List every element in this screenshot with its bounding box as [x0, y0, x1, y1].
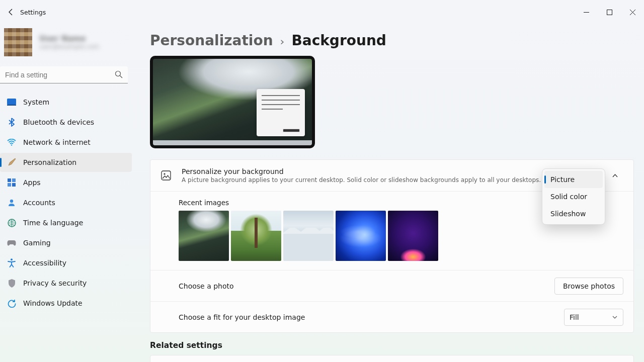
- search-icon: [115, 70, 123, 78]
- preview-window: [257, 89, 305, 136]
- maximize-button[interactable]: [598, 4, 621, 20]
- nav-network[interactable]: Network & internet: [0, 133, 132, 152]
- wifi-icon: [7, 138, 16, 147]
- nav-label: Accounts: [23, 199, 55, 207]
- picture-icon: [160, 170, 172, 181]
- svg-rect-8: [12, 183, 16, 187]
- maximize-icon: [607, 10, 612, 15]
- desktop-preview: [150, 56, 315, 148]
- nav-label: Apps: [23, 178, 41, 187]
- titlebar: Settings: [0, 0, 644, 24]
- chevron-down-icon: [612, 314, 618, 320]
- recent-image-2[interactable]: [231, 211, 281, 261]
- apps-icon: [7, 178, 16, 187]
- update-icon: [7, 299, 16, 308]
- nav: System Bluetooth & devices Network & int…: [0, 93, 132, 313]
- choose-fit-label: Choose a fit for your desktop image: [179, 313, 564, 321]
- nav-label: Windows Update: [23, 299, 83, 307]
- svg-rect-12: [162, 171, 171, 180]
- breadcrumb: Personalization › Background: [150, 32, 634, 49]
- personalize-title: Personalize your background: [182, 167, 542, 175]
- svg-rect-2: [7, 99, 16, 105]
- search-input[interactable]: [0, 66, 128, 83]
- nav-accounts[interactable]: Accounts: [0, 193, 132, 212]
- svg-point-9: [10, 200, 13, 203]
- fit-value: Fill: [570, 313, 579, 321]
- nav-time-language[interactable]: Time & language: [0, 213, 132, 232]
- svg-point-1: [116, 71, 121, 76]
- related-settings-heading: Related settings: [150, 341, 634, 350]
- nav-label: System: [23, 98, 49, 106]
- globe-clock-icon: [7, 218, 16, 227]
- nav-label: Privacy & security: [23, 279, 87, 287]
- browse-photos-button[interactable]: Browse photos: [554, 278, 623, 295]
- choose-fit-row: Choose a fit for your desktop image Fill: [150, 301, 633, 332]
- search-box: [0, 66, 128, 83]
- nav-label: Gaming: [23, 239, 51, 247]
- fit-select[interactable]: Fill: [564, 309, 623, 326]
- accessibility-icon: [7, 258, 16, 267]
- contrast-themes-row[interactable]: Contrast themes Color themes for low vis…: [150, 355, 633, 362]
- nav-label: Network & internet: [23, 138, 91, 146]
- profile-name: User Name: [39, 34, 99, 43]
- nav-label: Accessibility: [23, 259, 66, 267]
- arrow-left-icon: [7, 8, 15, 16]
- chevron-right-icon: ›: [280, 35, 285, 48]
- personalize-subtitle: A picture background applies to your cur…: [182, 176, 542, 184]
- shield-icon: [7, 279, 16, 288]
- option-slideshow[interactable]: Slideshow: [544, 205, 603, 222]
- gamepad-icon: [7, 238, 16, 247]
- svg-point-11: [11, 258, 13, 260]
- profile-email: user@example.com: [39, 43, 99, 50]
- svg-rect-5: [8, 178, 11, 182]
- nav-label: Time & language: [23, 219, 83, 227]
- svg-rect-7: [8, 183, 11, 187]
- page-title: Background: [291, 32, 386, 49]
- contrast-themes-card: Contrast themes Color themes for low vis…: [150, 355, 634, 362]
- window-title: Settings: [20, 9, 46, 16]
- person-icon: [7, 198, 16, 207]
- nav-label: Personalization: [23, 158, 76, 166]
- paintbrush-icon: [7, 158, 16, 167]
- nav-system[interactable]: System: [0, 93, 132, 112]
- recent-image-3[interactable]: [283, 211, 334, 261]
- bluetooth-icon: [7, 118, 16, 127]
- svg-rect-6: [12, 178, 16, 182]
- sidebar: User Name user@example.com System Blueto…: [0, 24, 136, 362]
- preview-taskbar: [153, 140, 312, 145]
- svg-point-4: [11, 144, 12, 145]
- nav-personalization[interactable]: Personalization: [0, 153, 132, 172]
- svg-rect-0: [607, 10, 612, 15]
- choose-photo-row: Choose a photo Browse photos: [150, 270, 633, 301]
- svg-point-13: [164, 173, 165, 174]
- close-button[interactable]: [621, 4, 644, 20]
- recent-image-4[interactable]: [336, 211, 386, 261]
- nav-bluetooth[interactable]: Bluetooth & devices: [0, 113, 132, 132]
- choose-photo-label: Choose a photo: [179, 282, 554, 290]
- breadcrumb-parent[interactable]: Personalization: [150, 32, 273, 49]
- nav-privacy[interactable]: Privacy & security: [0, 274, 132, 293]
- nav-windows-update[interactable]: Windows Update: [0, 294, 132, 313]
- collapse-toggle[interactable]: [606, 167, 623, 184]
- option-picture[interactable]: Picture: [544, 171, 603, 188]
- system-icon: [7, 98, 16, 107]
- minimize-button[interactable]: [575, 4, 598, 20]
- nav-gaming[interactable]: Gaming: [0, 233, 132, 252]
- minimize-icon: [584, 10, 589, 15]
- back-button[interactable]: [4, 5, 18, 19]
- nav-label: Bluetooth & devices: [23, 118, 94, 126]
- option-solid-color[interactable]: Solid color: [544, 188, 603, 205]
- nav-apps[interactable]: Apps: [0, 173, 132, 192]
- personalize-card: Personalize your background A picture ba…: [150, 159, 634, 333]
- recent-image-5[interactable]: [388, 211, 438, 261]
- chevron-up-icon: [612, 172, 618, 179]
- close-icon: [630, 10, 635, 15]
- recent-image-1[interactable]: [179, 211, 229, 261]
- main: Personalization › Background Personalize…: [136, 24, 644, 362]
- profile[interactable]: User Name user@example.com: [0, 24, 132, 66]
- svg-rect-3: [7, 105, 16, 106]
- personalize-row[interactable]: Personalize your background A picture ba…: [150, 160, 633, 191]
- avatar: [4, 28, 32, 56]
- nav-accessibility[interactable]: Accessibility: [0, 253, 132, 273]
- background-type-menu: Picture Solid color Slideshow: [542, 168, 605, 225]
